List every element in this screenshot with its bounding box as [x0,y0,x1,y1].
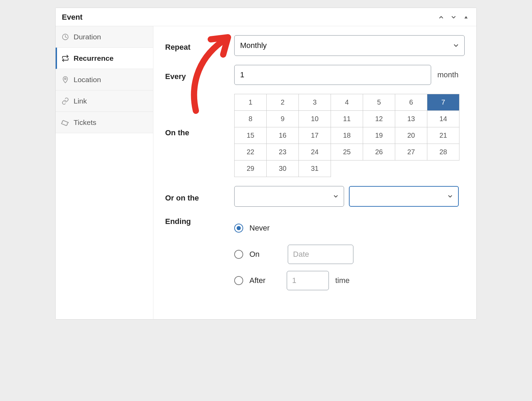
day-cell-14[interactable]: 14 [427,111,459,127]
sidebar-item-duration[interactable]: Duration [56,26,153,48]
day-cell-9[interactable]: 9 [267,111,299,127]
svg-marker-0 [464,16,467,19]
chevron-down-icon [447,193,453,199]
recurrence-form: Repeat Monthly Every month [153,26,476,319]
panel-header-controls [437,13,470,21]
sidebar-item-label: Duration [74,33,101,41]
repeat-select[interactable]: Monthly [234,35,465,56]
sidebar-item-location[interactable]: Location [56,69,153,90]
panel-body: Duration Recurrence Location Link [56,26,476,319]
day-cell-23[interactable]: 23 [267,144,299,160]
day-cell-1[interactable]: 1 [235,94,267,111]
day-cell-5[interactable]: 5 [363,94,395,111]
day-cell-4[interactable]: 4 [331,94,363,111]
or-on-the-ordinal-select[interactable] [234,186,344,207]
ending-option-on[interactable]: On [234,244,465,265]
chevron-down-icon [333,193,339,199]
ending-on-label: On [249,250,259,259]
ending-label: Ending [165,216,234,226]
row-repeat: Repeat Monthly [165,35,465,56]
day-cell-11[interactable]: 11 [331,111,363,127]
svg-point-2 [65,78,66,79]
day-cell-24[interactable]: 24 [299,144,331,160]
sidebar-item-link[interactable]: Link [56,90,153,112]
day-cell-29[interactable]: 29 [235,160,267,177]
ending-on-date-input[interactable] [288,245,353,264]
day-cell-18[interactable]: 18 [331,127,363,144]
sidebar-item-tickets[interactable]: Tickets [56,112,153,133]
day-cell-10[interactable]: 10 [299,111,331,127]
row-or-on-the: Or on the [165,186,465,207]
every-unit-label: month [437,70,458,79]
on-the-label: On the [165,94,234,137]
day-cell-17[interactable]: 17 [299,127,331,144]
day-cell-20[interactable]: 20 [395,127,427,144]
day-cell-3[interactable]: 3 [299,94,331,111]
sidebar-item-label: Tickets [74,118,96,127]
ending-option-after[interactable]: After time [234,270,465,291]
day-cell-21[interactable]: 21 [427,127,459,144]
chevron-down-icon[interactable] [449,13,458,21]
chevron-down-icon [453,42,459,49]
radio-after[interactable] [234,276,243,285]
panel-title: Event [62,13,83,22]
every-label: Every [165,69,234,81]
chevron-up-icon[interactable] [437,13,445,21]
ticket-icon [61,118,69,127]
day-cell-2[interactable]: 2 [267,94,299,111]
ending-after-count-input[interactable] [287,271,329,290]
ending-after-unit-label: time [335,276,350,285]
day-cell-6[interactable]: 6 [395,94,427,111]
day-cell-25[interactable]: 25 [331,144,363,160]
day-cell-15[interactable]: 15 [235,127,267,144]
day-of-month-grid: 1234567891011121314151617181920212223242… [234,94,459,177]
day-cell-12[interactable]: 12 [363,111,395,127]
day-cell-13[interactable]: 13 [395,111,427,127]
every-input[interactable] [234,65,431,85]
row-every: Every month [165,65,465,85]
sidebar-item-label: Recurrence [74,54,114,62]
collapse-triangle-icon[interactable] [462,13,470,21]
repeat-select-value: Monthly [240,41,267,50]
ending-option-never[interactable]: Never [234,218,465,238]
repeat-icon [61,54,69,62]
sidebar-item-recurrence[interactable]: Recurrence [56,48,153,69]
day-cell-28[interactable]: 28 [427,144,459,160]
day-cell-19[interactable]: 19 [363,127,395,144]
ending-after-label: After [249,276,265,285]
radio-on[interactable] [234,250,243,259]
day-cell-30[interactable]: 30 [267,160,299,177]
repeat-label: Repeat [165,39,234,52]
row-ending: Ending Never On After [165,216,465,296]
radio-never[interactable] [234,224,243,233]
day-cell-27[interactable]: 27 [395,144,427,160]
sidebar-item-label: Location [74,76,101,84]
day-cell-26[interactable]: 26 [363,144,395,160]
or-on-the-label: Or on the [165,190,234,203]
day-cell-31[interactable]: 31 [299,160,331,177]
day-cell-22[interactable]: 22 [235,144,267,160]
event-panel: Event Duration [55,8,477,320]
day-cell-7[interactable]: 7 [427,94,459,111]
panel-header: Event [56,8,476,26]
row-on-the: On the 123456789101112131415161718192021… [165,94,465,177]
day-cell-16[interactable]: 16 [267,127,299,144]
sidebar: Duration Recurrence Location Link [56,26,153,319]
sidebar-item-label: Link [74,97,87,105]
link-icon [61,97,69,105]
ending-never-label: Never [249,224,270,233]
clock-icon [61,33,69,41]
or-on-the-weekday-select[interactable] [349,186,459,207]
map-pin-icon [61,76,69,84]
day-cell-8[interactable]: 8 [235,111,267,127]
